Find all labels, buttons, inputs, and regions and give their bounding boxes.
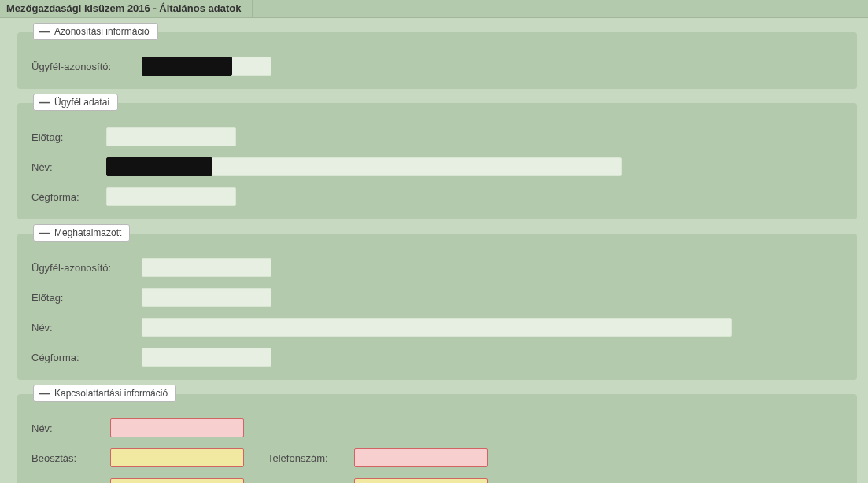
- row-contact-fax-email: Fax-szám: E-mail cím:: [28, 473, 846, 483]
- row-proxy-name: Név:: [28, 312, 846, 342]
- sections-container: — Azonosítási információ Ügyfél-azonosít…: [0, 18, 868, 483]
- proxy-name-input[interactable]: [142, 318, 732, 337]
- label-client-name: Név:: [28, 161, 106, 173]
- row-proxy-prefix: Előtag:: [28, 282, 846, 312]
- contact-phone-input[interactable]: [354, 448, 488, 467]
- section-contact: — Kapcsolattartási információ Név: Beosz…: [17, 394, 857, 483]
- label-proxy-companyform: Cégforma:: [28, 352, 142, 363]
- tabbar: Mezőgazdasági kisüzem 2016 - Általános a…: [0, 0, 868, 18]
- section-client-data: — Ügyfél adatai Előtag: Név: Cégforma:: [17, 103, 857, 219]
- legend-text: Meghatalmazott: [54, 227, 121, 239]
- row-client-name: Név:: [28, 152, 846, 182]
- section-identification-legend[interactable]: — Azonosítási információ: [33, 23, 158, 40]
- label-client-companyform: Cégforma:: [28, 191, 106, 203]
- label-proxy-prefix: Előtag:: [28, 292, 142, 304]
- contact-fax-input[interactable]: [110, 478, 244, 483]
- client-prefix-input[interactable]: [106, 127, 236, 146]
- row-proxy-companyform: Cégforma:: [28, 342, 846, 372]
- collapse-icon: —: [39, 96, 50, 109]
- label-proxy-client-id: Ügyfél-azonosító:: [28, 262, 142, 274]
- contact-email-input[interactable]: [354, 478, 488, 483]
- row-client-prefix: Előtag:: [28, 122, 846, 152]
- contact-position-input[interactable]: [110, 448, 244, 467]
- label-proxy-name: Név:: [28, 322, 142, 334]
- legend-text: Ügyfél adatai: [54, 96, 109, 109]
- row-proxy-client-id: Ügyfél-azonosító:: [28, 253, 846, 282]
- label-contact-phone: Telefonszám:: [268, 452, 354, 464]
- collapse-icon: —: [39, 25, 50, 38]
- tab-label: Mezőgazdasági kisüzem 2016 - Általános a…: [6, 2, 241, 14]
- proxy-companyform-input[interactable]: [142, 348, 271, 367]
- client-name-redacted-overlay: [106, 157, 212, 176]
- section-client-legend[interactable]: — Ügyfél adatai: [33, 94, 118, 111]
- label-client-id: Ügyfél-azonosító:: [28, 61, 142, 72]
- row-contact-position-phone: Beosztás: Telefonszám:: [28, 443, 846, 473]
- label-contact-name: Név:: [28, 422, 110, 434]
- page-root: Mezőgazdasági kisüzem 2016 - Általános a…: [0, 0, 868, 483]
- legend-text: Kapcsolattartási információ: [54, 387, 168, 400]
- label-client-prefix: Előtag:: [28, 131, 106, 143]
- collapse-icon: —: [39, 387, 50, 400]
- section-proxy-legend[interactable]: — Meghatalmazott: [33, 224, 130, 242]
- legend-text: Azonosítási információ: [54, 25, 150, 38]
- section-contact-legend[interactable]: — Kapcsolattartási információ: [33, 385, 176, 402]
- row-client-id: Ügyfél-azonosító:: [28, 51, 846, 81]
- label-contact-position: Beosztás:: [28, 452, 110, 464]
- contact-name-input[interactable]: [110, 418, 244, 437]
- row-contact-name: Név:: [28, 413, 846, 443]
- row-client-companyform: Cégforma:: [28, 182, 846, 212]
- client-id-redacted-overlay: [142, 57, 232, 76]
- tab-general-data[interactable]: Mezőgazdasági kisüzem 2016 - Általános a…: [0, 0, 253, 17]
- proxy-client-id-input[interactable]: [142, 258, 271, 277]
- collapse-icon: —: [39, 227, 50, 239]
- section-identification: — Azonosítási információ Ügyfél-azonosít…: [17, 32, 857, 89]
- section-proxy: — Meghatalmazott Ügyfél-azonosító: Előta…: [17, 234, 857, 380]
- client-companyform-input[interactable]: [106, 187, 236, 206]
- proxy-prefix-input[interactable]: [142, 288, 271, 307]
